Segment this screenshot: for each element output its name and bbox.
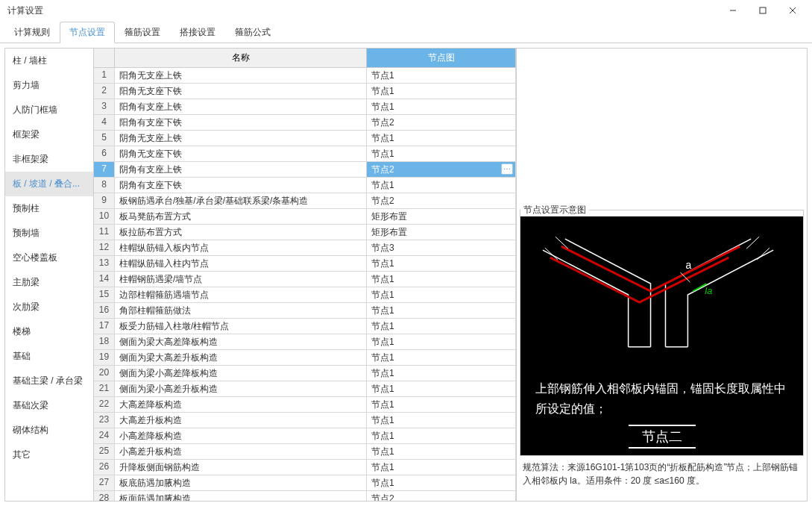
- cell-name[interactable]: 小高差降板构造: [115, 428, 367, 444]
- sidebar-item[interactable]: 主肋梁: [5, 270, 93, 295]
- sidebar-item[interactable]: 次肋梁: [5, 295, 93, 319]
- cell-name[interactable]: 侧面为梁小高差升板构造: [115, 381, 367, 397]
- cell-node[interactable]: 矩形布置: [367, 225, 516, 240]
- cell-name[interactable]: 小高差升板构造: [115, 444, 367, 460]
- cell-node[interactable]: 节点1: [367, 428, 516, 444]
- cell-node[interactable]: 节点1: [367, 287, 516, 303]
- table-row[interactable]: 7阴角有支座上铁节点2⋯: [94, 162, 516, 178]
- table-row[interactable]: 6阴角无支座下铁节点1: [94, 146, 516, 162]
- cell-node[interactable]: 节点2: [367, 115, 516, 131]
- cell-name[interactable]: 板马凳筋布置方式: [115, 209, 367, 225]
- cell-name[interactable]: 侧面为梁小高差降板构造: [115, 366, 367, 381]
- cell-name[interactable]: 柱帽纵筋锚入板内节点: [115, 240, 367, 256]
- tab-node-settings[interactable]: 节点设置: [60, 22, 115, 43]
- category-sidebar[interactable]: 柱 / 墙柱剪力墙人防门框墙框架梁非框架梁板 / 坡道 / 叠合...预制柱预制…: [4, 48, 94, 502]
- table-row[interactable]: 5阴角无支座上铁节点1: [94, 131, 516, 146]
- cell-name[interactable]: 板受力筋锚入柱墩/柱帽节点: [115, 319, 367, 334]
- sidebar-item[interactable]: 其它: [5, 443, 93, 467]
- cell-name[interactable]: 角部柱帽箍筋做法: [115, 303, 367, 319]
- table-row[interactable]: 25小高差升板构造节点1: [94, 444, 516, 460]
- table-row[interactable]: 26升降板侧面钢筋构造节点1: [94, 460, 516, 475]
- cell-name[interactable]: 阴角无支座上铁: [115, 131, 367, 146]
- table-row[interactable]: 12柱帽纵筋锚入板内节点节点3: [94, 240, 516, 256]
- table-row[interactable]: 21侧面为梁小高差升板构造节点1: [94, 381, 516, 397]
- cell-node[interactable]: 节点1: [367, 397, 516, 413]
- tab-lap-settings[interactable]: 搭接设置: [170, 22, 225, 43]
- cell-node[interactable]: 节点1: [367, 381, 516, 397]
- sidebar-item[interactable]: 预制墙: [5, 221, 93, 246]
- cell-name[interactable]: 阴角有支座上铁: [115, 162, 367, 178]
- table-row[interactable]: 4阳角有支座下铁节点2: [94, 115, 516, 131]
- table-row[interactable]: 9板钢筋遇承台/独基/承台梁/基础联系梁/条基构造节点2: [94, 193, 516, 209]
- cell-node[interactable]: 节点1: [367, 99, 516, 115]
- sidebar-item[interactable]: 预制柱: [5, 196, 93, 221]
- cell-name[interactable]: 阳角无支座下铁: [115, 84, 367, 99]
- table-row[interactable]: 22大高差降板构造节点1: [94, 397, 516, 413]
- cell-name[interactable]: 柱帽纵筋锚入柱内节点: [115, 256, 367, 272]
- cell-name[interactable]: 阳角有支座下铁: [115, 115, 367, 131]
- table-row[interactable]: 19侧面为梁大高差升板构造节点1: [94, 350, 516, 366]
- cell-node[interactable]: 节点1: [367, 68, 516, 84]
- cell-node[interactable]: 节点2⋯: [367, 162, 516, 178]
- cell-node[interactable]: 节点1: [367, 256, 516, 272]
- table-row[interactable]: 3阳角有支座上铁节点1: [94, 99, 516, 115]
- tab-stirrup-settings[interactable]: 箍筋设置: [115, 22, 170, 43]
- cell-name[interactable]: 侧面为梁大高差升板构造: [115, 350, 367, 366]
- cell-name[interactable]: 侧面为梁大高差降板构造: [115, 334, 367, 350]
- sidebar-item[interactable]: 剪力墙: [5, 73, 93, 98]
- sidebar-item[interactable]: 砌体结构: [5, 418, 93, 443]
- cell-name[interactable]: 板拉筋布置方式: [115, 225, 367, 240]
- cell-name[interactable]: 阴角无支座下铁: [115, 146, 367, 162]
- cell-node[interactable]: 节点1: [367, 146, 516, 162]
- table-row[interactable]: 16角部柱帽箍筋做法节点1: [94, 303, 516, 319]
- sidebar-item[interactable]: 楼梯: [5, 319, 93, 344]
- cell-node[interactable]: 节点3: [367, 240, 516, 256]
- sidebar-item[interactable]: 空心楼盖板: [5, 246, 93, 270]
- cell-node[interactable]: 节点1: [367, 366, 516, 381]
- cell-node[interactable]: 节点1: [367, 460, 516, 475]
- table-row[interactable]: 23大高差升板构造节点1: [94, 413, 516, 428]
- cell-node[interactable]: 节点1: [367, 350, 516, 366]
- close-button[interactable]: [778, 0, 808, 21]
- column-header-name[interactable]: 名称: [115, 49, 367, 68]
- cell-name[interactable]: 大高差降板构造: [115, 397, 367, 413]
- sidebar-item[interactable]: 框架梁: [5, 122, 93, 147]
- cell-node[interactable]: 节点1: [367, 334, 516, 350]
- sidebar-item[interactable]: 基础: [5, 344, 93, 369]
- table-row[interactable]: 14柱帽钢筋遇梁/墙节点节点1: [94, 272, 516, 287]
- sidebar-item[interactable]: 柱 / 墙柱: [5, 49, 93, 73]
- cell-name[interactable]: 升降板侧面钢筋构造: [115, 460, 367, 475]
- table-row[interactable]: 11板拉筋布置方式矩形布置: [94, 225, 516, 240]
- cell-node[interactable]: 节点1: [367, 178, 516, 193]
- column-header-node[interactable]: 节点图: [367, 49, 516, 68]
- cell-node[interactable]: 节点2: [367, 491, 516, 501]
- cell-node[interactable]: 节点1: [367, 475, 516, 491]
- cell-name[interactable]: 板面筋遇加腋构造: [115, 491, 367, 501]
- table-row[interactable]: 15边部柱帽箍筋遇墙节点节点1: [94, 287, 516, 303]
- table-row[interactable]: 1阳角无支座上铁节点1: [94, 68, 516, 84]
- sidebar-item[interactable]: 非框架梁: [5, 147, 93, 172]
- sidebar-item[interactable]: 人防门框墙: [5, 98, 93, 122]
- table-row[interactable]: 10板马凳筋布置方式矩形布置: [94, 209, 516, 225]
- table-row[interactable]: 20侧面为梁小高差降板构造节点1: [94, 366, 516, 381]
- table-row[interactable]: 17板受力筋锚入柱墩/柱帽节点节点1: [94, 319, 516, 334]
- table-row[interactable]: 13柱帽纵筋锚入柱内节点节点1: [94, 256, 516, 272]
- grid-body[interactable]: 1阳角无支座上铁节点12阳角无支座下铁节点13阳角有支座上铁节点14阳角有支座下…: [94, 68, 516, 501]
- ellipsis-button[interactable]: ⋯: [501, 163, 513, 175]
- sidebar-item[interactable]: 基础主梁 / 承台梁: [5, 369, 93, 393]
- cell-name[interactable]: 阳角无支座上铁: [115, 68, 367, 84]
- minimize-button[interactable]: [718, 0, 748, 21]
- cell-node[interactable]: 节点1: [367, 272, 516, 287]
- table-row[interactable]: 28板面筋遇加腋构造节点2: [94, 491, 516, 501]
- tab-calc-rules[interactable]: 计算规则: [4, 22, 60, 43]
- table-row[interactable]: 27板底筋遇加腋构造节点1: [94, 475, 516, 491]
- cell-node[interactable]: 矩形布置: [367, 209, 516, 225]
- cell-node[interactable]: 节点1: [367, 413, 516, 428]
- cell-name[interactable]: 阳角有支座上铁: [115, 99, 367, 115]
- sidebar-item[interactable]: 基础次梁: [5, 393, 93, 418]
- cell-name[interactable]: 大高差升板构造: [115, 413, 367, 428]
- cell-name[interactable]: 柱帽钢筋遇梁/墙节点: [115, 272, 367, 287]
- table-row[interactable]: 8阴角有支座下铁节点1: [94, 178, 516, 193]
- cell-name[interactable]: 边部柱帽箍筋遇墙节点: [115, 287, 367, 303]
- maximize-button[interactable]: [748, 0, 778, 21]
